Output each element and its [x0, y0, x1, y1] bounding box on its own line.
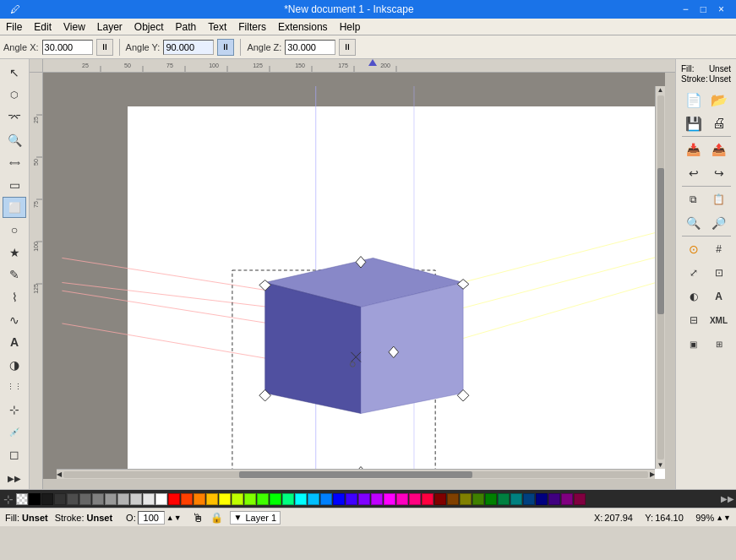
new-file-button[interactable]: 📄 — [682, 89, 706, 111]
color-swatch[interactable] — [117, 493, 129, 505]
color-swatch[interactable] — [257, 493, 269, 505]
redo-button[interactable]: ↪ — [707, 162, 731, 184]
color-swatch[interactable] — [447, 493, 459, 505]
opacity-input[interactable] — [138, 511, 165, 525]
color-swatch[interactable] — [295, 493, 307, 505]
menu-help[interactable]: Help — [334, 20, 367, 34]
color-swatch[interactable] — [181, 493, 193, 505]
color-swatch[interactable] — [434, 493, 446, 505]
color-swatch[interactable] — [320, 493, 332, 505]
ellipse-tool[interactable]: ○ — [3, 220, 26, 241]
node-editor-tool[interactable]: ⬡ — [3, 85, 26, 106]
color-swatch[interactable] — [333, 493, 345, 505]
menu-path[interactable]: Path — [170, 20, 203, 34]
measure-tool[interactable]: ⟺ — [3, 152, 26, 173]
color-swatch[interactable] — [396, 493, 408, 505]
color-swatch[interactable] — [244, 493, 256, 505]
menu-object[interactable]: Object — [128, 20, 170, 34]
copy-button[interactable]: ⧉ — [682, 188, 706, 210]
color-swatch[interactable] — [270, 493, 281, 505]
maximize-button[interactable]: □ — [695, 3, 711, 15]
undo-button[interactable]: ↩ — [682, 162, 706, 184]
color-swatch[interactable] — [409, 493, 421, 505]
menu-view[interactable]: View — [57, 20, 91, 34]
color-swatch[interactable] — [498, 493, 510, 505]
horizontal-scrollbar[interactable]: ◀ ▶ — [57, 469, 655, 479]
zoom-in-button[interactable]: 🔍 — [682, 212, 706, 234]
color-swatch[interactable] — [346, 493, 357, 505]
scroll-up-button[interactable]: ▲ — [657, 86, 664, 94]
color-swatch[interactable] — [282, 493, 294, 505]
tweak-tool[interactable]: ⌤ — [3, 107, 26, 128]
minimize-button[interactable]: − — [678, 3, 694, 15]
eraser-tool[interactable]: ◻ — [3, 444, 26, 465]
star-tool[interactable]: ★ — [3, 242, 26, 264]
import-button[interactable]: 📥 — [682, 139, 706, 160]
open-file-button[interactable]: 📂 — [707, 89, 731, 111]
pencil-tool[interactable]: ✎ — [3, 264, 26, 285]
color-swatch[interactable] — [460, 493, 472, 505]
fill-stroke-button[interactable]: ◐ — [682, 285, 706, 307]
export-button[interactable]: 📤 — [707, 139, 731, 160]
color-swatch[interactable] — [29, 493, 41, 505]
xml-editor-button[interactable]: XML — [707, 309, 731, 331]
color-swatch[interactable] — [79, 493, 91, 505]
color-swatch[interactable] — [308, 493, 319, 505]
print-button[interactable]: 🖨 — [707, 112, 731, 134]
menu-extensions[interactable]: Extensions — [272, 20, 334, 34]
color-swatch[interactable] — [143, 493, 155, 505]
object-props-button[interactable]: ⊡ — [707, 262, 731, 284]
angle-y-lock-button[interactable]: ⏸ — [217, 39, 234, 56]
menu-file[interactable]: File — [0, 20, 28, 34]
color-swatch[interactable] — [548, 493, 560, 505]
color-swatch[interactable] — [105, 493, 117, 505]
color-swatch[interactable] — [67, 493, 79, 505]
transparent-swatch[interactable] — [16, 493, 28, 505]
calligraphy-tool[interactable]: ∿ — [3, 309, 26, 330]
vscroll-thumb[interactable] — [657, 168, 664, 313]
drawing-canvas[interactable]: ◀ ▶ ▲ ▼ — [43, 73, 665, 479]
lock-icon[interactable]: 🔒 — [210, 512, 223, 524]
cursor-tool-icon[interactable]: 🖱 — [192, 511, 204, 525]
color-swatch[interactable] — [130, 493, 142, 505]
menu-text[interactable]: Text — [202, 20, 232, 34]
color-swatch[interactable] — [194, 493, 205, 505]
canvas-area[interactable]: 25 50 75 100 125 150 175 200 — [30, 59, 675, 489]
pen-tool[interactable]: ⌇ — [3, 287, 26, 308]
color-swatch[interactable] — [422, 493, 433, 505]
layer-indicator[interactable]: ▼ Layer 1 — [230, 511, 281, 525]
save-file-button[interactable]: 💾 — [682, 112, 706, 134]
selector-tool[interactable]: ↖ — [3, 63, 26, 84]
transform-button[interactable]: ⤢ — [682, 262, 706, 284]
menu-layer[interactable]: Layer — [91, 20, 128, 34]
rect-tool[interactable]: ▭ — [3, 175, 26, 196]
zoom-fit-page[interactable]: ▣ — [682, 333, 706, 355]
scroll-left-button[interactable]: ◀ — [57, 470, 62, 478]
color-swatch[interactable] — [232, 493, 243, 505]
menu-edit[interactable]: Edit — [28, 20, 57, 34]
angle-y-input[interactable] — [163, 40, 214, 55]
snap-indicator[interactable]: ⊹ — [2, 491, 15, 508]
color-swatch[interactable] — [384, 493, 395, 505]
color-swatch[interactable] — [561, 493, 573, 505]
zoom-out-button[interactable]: 🔎 — [707, 212, 731, 234]
angle-x-input[interactable] — [42, 40, 93, 55]
color-swatch[interactable] — [54, 493, 66, 505]
color-swatch[interactable] — [574, 493, 586, 505]
more-tools-button[interactable]: ▶▶ — [3, 468, 26, 489]
hscroll-thumb[interactable] — [239, 471, 473, 478]
connector-tool[interactable]: ⊹ — [3, 400, 26, 421]
eyedropper-tool[interactable]: 💉 — [3, 421, 26, 443]
angle-z-lock-button[interactable]: ⏸ — [339, 39, 356, 56]
grid-toggle[interactable]: # — [707, 238, 731, 260]
color-swatch[interactable] — [92, 493, 104, 505]
scroll-down-button[interactable]: ▼ — [657, 461, 664, 469]
layers-button[interactable]: ⊟ — [682, 309, 706, 331]
text-props-button[interactable]: A — [707, 285, 731, 307]
color-swatch[interactable] — [41, 493, 53, 505]
snap-toggle[interactable]: ⊙ — [682, 238, 706, 260]
vertical-scrollbar[interactable]: ▲ ▼ — [655, 86, 665, 469]
scroll-right-button[interactable]: ▶ — [650, 470, 655, 478]
text-tool[interactable]: A — [3, 332, 26, 353]
gradient-tool[interactable]: ◑ — [3, 355, 26, 376]
